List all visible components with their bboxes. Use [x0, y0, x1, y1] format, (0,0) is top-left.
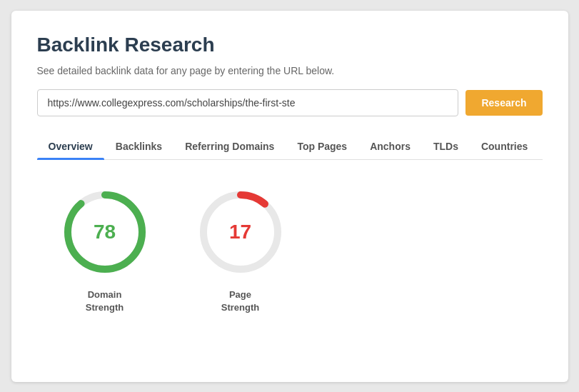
search-row: Research: [37, 89, 543, 116]
domain-strength-circle: 78: [59, 186, 151, 278]
domain-strength-metric: 78 DomainStrength: [59, 186, 151, 314]
research-button[interactable]: Research: [465, 90, 542, 116]
tab-tlds[interactable]: TLDs: [422, 134, 470, 159]
main-card: Backlink Research See detailed backlink …: [11, 11, 568, 382]
tab-referring-domains[interactable]: Referring Domains: [173, 134, 286, 159]
nav-tabs: Overview Backlinks Referring Domains Top…: [37, 134, 543, 160]
page-strength-circle: 17: [194, 186, 287, 278]
subtitle: See detailed backlink data for any page …: [37, 65, 543, 76]
page-strength-value: 17: [229, 221, 251, 243]
tab-anchors[interactable]: Anchors: [358, 134, 422, 159]
domain-strength-value: 78: [94, 221, 116, 243]
tab-overview[interactable]: Overview: [37, 134, 104, 159]
page-strength-label: PageStrength: [221, 288, 259, 314]
tab-countries[interactable]: Countries: [470, 134, 539, 159]
url-input[interactable]: [37, 89, 459, 116]
page-strength-metric: 17 PageStrength: [194, 186, 287, 314]
tab-top-pages[interactable]: Top Pages: [286, 134, 358, 159]
domain-strength-label: DomainStrength: [86, 288, 124, 314]
metrics-row: 78 DomainStrength 17 PageStrength: [37, 186, 543, 314]
tab-backlinks[interactable]: Backlinks: [104, 134, 173, 159]
page-title: Backlink Research: [37, 34, 543, 56]
